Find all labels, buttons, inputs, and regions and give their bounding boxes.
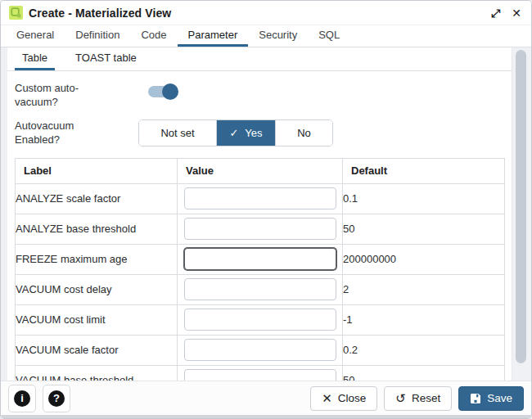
parameter-value-input[interactable] [184, 339, 336, 361]
parameter-value-cell [178, 244, 343, 274]
table-row: FREEZE maximum age 200000000 [16, 244, 505, 274]
vertical-scrollbar[interactable] [512, 47, 531, 381]
scrollbar-thumb[interactable] [516, 50, 526, 363]
parameter-default: 2 [343, 274, 505, 304]
tab-code[interactable]: Code [130, 25, 177, 47]
parameter-table-body: ANALYZE scale factor 0.1 ANALYZE base th… [16, 183, 505, 381]
parameter-value-input[interactable] [184, 248, 336, 270]
save-floppy-icon [470, 393, 481, 404]
table-header-row: Label Value Default [16, 158, 505, 183]
maximize-icon[interactable]: ⤢ [491, 7, 500, 19]
custom-autovacuum-label: Custom auto-vacuum? [15, 82, 138, 110]
custom-autovacuum-row: Custom auto-vacuum? [7, 82, 512, 110]
subtab-table[interactable]: Table [15, 47, 55, 70]
autovacuum-not-set-button[interactable]: Not set [139, 120, 216, 146]
parameter-value-cell [178, 304, 343, 335]
tab-bar: General Definition Code Parameter Securi… [1, 25, 531, 47]
parameter-label: VACUUM base threshold [16, 365, 178, 381]
table-row: VACUUM base threshold 50 [16, 365, 505, 381]
info-button[interactable]: i [8, 385, 36, 412]
reset-button[interactable]: ↺ Reset [384, 386, 452, 411]
autovacuum-no-button[interactable]: No [275, 120, 332, 146]
parameter-value-cell [178, 214, 343, 244]
column-header-default: Default [343, 158, 505, 183]
parameter-default: 50 [343, 214, 505, 244]
table-row: VACUUM scale factor 0.2 [16, 335, 505, 365]
parameter-label: VACUUM cost limit [16, 304, 178, 335]
autovacuum-enabled-row: Autovacuum Enabled? Not set ✓ Yes No [7, 119, 512, 147]
parameter-value-cell [178, 335, 343, 365]
footer-bar: i ? ✕ Close ↺ Reset Save [1, 381, 531, 418]
parameter-value-input[interactable] [184, 187, 336, 210]
autovacuum-yes-button[interactable]: ✓ Yes [216, 120, 275, 146]
parameter-value-cell [178, 183, 343, 214]
parameter-label: ANALYZE scale factor [16, 183, 178, 214]
parameter-value-input[interactable] [184, 278, 336, 300]
title-bar: Create - Materialized View ⤢ ✕ [1, 1, 531, 25]
column-header-label: Label [16, 158, 178, 183]
parameter-default: 200000000 [343, 244, 505, 274]
toggle-thumb [162, 83, 178, 100]
subtab-bar: Table TOAST table [7, 47, 512, 71]
tab-definition[interactable]: Definition [65, 25, 130, 47]
column-header-value: Value [178, 158, 343, 183]
parameter-label: VACUUM cost delay [16, 274, 178, 304]
tab-sql[interactable]: SQL [308, 25, 350, 47]
tab-general[interactable]: General [6, 25, 65, 47]
subtab-toast-table[interactable]: TOAST table [68, 47, 144, 70]
parameter-label: ANALYZE base threshold [16, 214, 178, 244]
autovacuum-enabled-group: Not set ✓ Yes No [138, 119, 333, 146]
help-icon: ? [48, 390, 65, 407]
parameter-default: 0.1 [343, 183, 505, 214]
parameter-value-input[interactable] [184, 218, 336, 240]
tab-parameter[interactable]: Parameter [178, 25, 249, 47]
materialized-view-icon [9, 6, 23, 20]
table-row: VACUUM cost delay 2 [16, 274, 505, 304]
table-row: ANALYZE scale factor 0.1 [16, 183, 505, 214]
parameter-default: -1 [343, 304, 505, 335]
create-materialized-view-dialog: Create - Materialized View ⤢ ✕ General D… [0, 0, 532, 419]
close-button[interactable]: ✕ Close [310, 386, 377, 411]
check-icon: ✓ [229, 127, 238, 139]
parameters-table: Label Value Default ANALYZE scale factor… [15, 158, 505, 381]
parameter-value-input[interactable] [184, 309, 336, 331]
parameter-label: FREEZE maximum age [16, 244, 178, 274]
parameter-default: 50 [343, 365, 505, 381]
table-subtab-panel: Table TOAST table Custom auto-vacuum? Au… [7, 47, 512, 381]
custom-autovacuum-toggle[interactable] [148, 86, 175, 97]
parameter-value-input[interactable] [184, 369, 336, 381]
table-row: VACUUM cost limit -1 [16, 304, 505, 335]
reset-icon: ↺ [395, 392, 406, 404]
save-button[interactable]: Save [458, 386, 524, 411]
help-button[interactable]: ? [43, 385, 70, 412]
parameter-tab-content: Table TOAST table Custom auto-vacuum? Au… [1, 47, 531, 381]
parameter-default: 0.2 [343, 335, 505, 365]
info-icon: i [14, 390, 30, 407]
left-gutter [1, 47, 7, 381]
autovacuum-enabled-label: Autovacuum Enabled? [15, 119, 138, 147]
tab-security[interactable]: Security [248, 25, 308, 47]
dialog-title: Create - Materialized View [29, 7, 171, 20]
parameter-value-cell [178, 365, 343, 381]
close-icon[interactable]: ✕ [512, 7, 521, 19]
parameter-label: VACUUM scale factor [16, 335, 178, 365]
parameter-value-cell [178, 274, 343, 304]
close-x-icon: ✕ [322, 392, 332, 404]
table-row: ANALYZE base threshold 50 [16, 214, 505, 244]
